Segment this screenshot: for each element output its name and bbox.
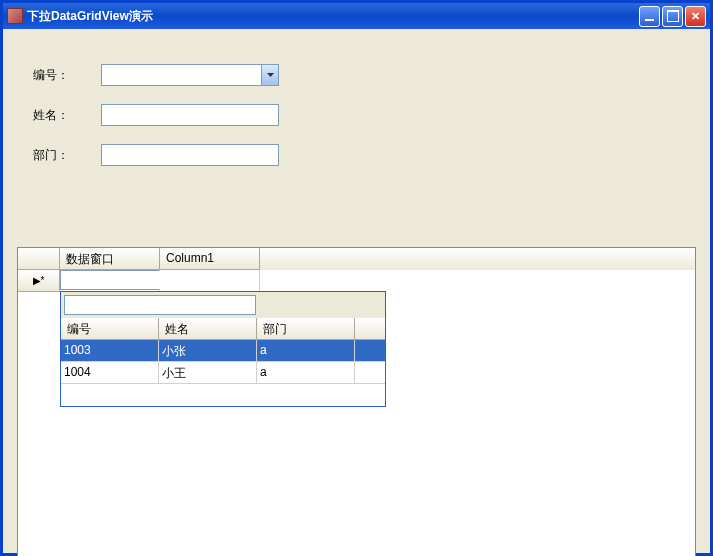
grid-header-col1[interactable]: 数据窗口 (60, 248, 160, 270)
grid-row-indicator[interactable]: ▶* (18, 270, 60, 292)
popup-cell-dept[interactable]: a (257, 362, 355, 384)
grid-cell-col2[interactable] (160, 270, 260, 292)
id-combo[interactable] (101, 64, 279, 86)
titlebar[interactable]: 下拉DataGridView演示 (3, 3, 710, 29)
chevron-down-icon (267, 73, 274, 77)
name-input[interactable] (101, 104, 279, 126)
form-row-name: 姓名： (3, 104, 710, 126)
grid-cell-col1[interactable] (60, 270, 160, 292)
popup-row[interactable]: 1003小张a (61, 340, 385, 362)
form-row-dept: 部门： (3, 144, 710, 166)
dept-input[interactable] (101, 144, 279, 166)
maximize-button[interactable] (662, 6, 683, 27)
popup-header-name[interactable]: 姓名 (159, 318, 257, 340)
name-label: 姓名： (33, 107, 81, 124)
client-area: 编号： 姓名： 部门： 数据窗口 Column1 (3, 29, 710, 553)
popup-cell-id[interactable]: 1004 (61, 362, 159, 384)
form-row-id: 编号： (3, 64, 710, 86)
cell-combo[interactable] (60, 270, 159, 290)
popup-header-fill (355, 318, 385, 340)
window-title: 下拉DataGridView演示 (27, 8, 639, 25)
id-label: 编号： (33, 67, 81, 84)
popup-cell-dept[interactable]: a (257, 340, 355, 362)
popup-cell-fill (355, 362, 385, 384)
popup-search-row (61, 292, 385, 318)
window-controls (639, 6, 706, 27)
popup-cell-fill (355, 340, 385, 362)
popup-header-id[interactable]: 编号 (61, 318, 159, 340)
form-area: 编号： 姓名： 部门： (3, 29, 710, 184)
popup-cell-name[interactable]: 小张 (159, 340, 257, 362)
grid-header-col2[interactable]: Column1 (160, 248, 260, 270)
popup-header-dept[interactable]: 部门 (257, 318, 355, 340)
popup-spacer (61, 384, 385, 406)
id-combo-button[interactable] (261, 65, 278, 85)
popup-header-row: 编号 姓名 部门 (61, 318, 385, 340)
popup-rows: 1003小张a1004小王a (61, 340, 385, 384)
minimize-button[interactable] (639, 6, 660, 27)
dropdown-popup: 编号 姓名 部门 1003小张a1004小王a (60, 291, 386, 407)
popup-row[interactable]: 1004小王a (61, 362, 385, 384)
popup-cell-name[interactable]: 小王 (159, 362, 257, 384)
grid-corner-cell[interactable] (18, 248, 60, 270)
window-frame: 下拉DataGridView演示 编号： 姓名： (0, 0, 713, 556)
popup-search-input[interactable] (64, 295, 256, 315)
grid-new-row[interactable]: ▶* (18, 270, 695, 292)
close-button[interactable] (685, 6, 706, 27)
id-combo-input[interactable] (102, 65, 261, 85)
grid-header-row: 数据窗口 Column1 (18, 248, 695, 270)
dept-label: 部门： (33, 147, 81, 164)
popup-cell-id[interactable]: 1003 (61, 340, 159, 362)
app-icon (7, 8, 23, 24)
